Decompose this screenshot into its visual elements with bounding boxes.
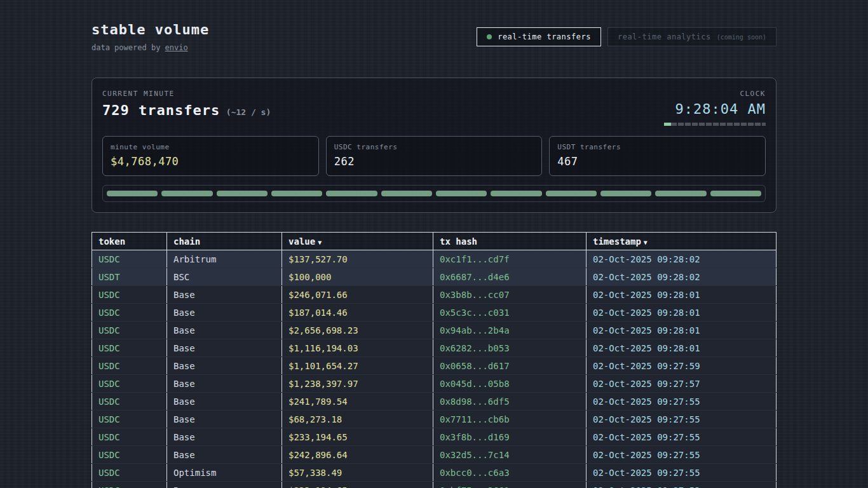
value-cell: $57,338.49: [282, 464, 433, 482]
token-cell: USDC: [92, 339, 167, 357]
tx-hash-cell[interactable]: 0xc1f1...cd7f: [433, 250, 587, 268]
table-row: USDCBase$233,194.650xbf75...366102-Oct-2…: [92, 482, 776, 488]
tx-hash-cell[interactable]: 0x0658...d617: [433, 357, 587, 375]
token-cell: USDC: [92, 410, 167, 428]
activity-segment: [436, 191, 487, 196]
value-cell: $2,656,698.23: [282, 322, 433, 339]
clock-time: 9:28:04 AM: [664, 101, 766, 117]
activity-segment: [326, 191, 377, 196]
token-cell: USDC: [92, 393, 167, 410]
stat-label: USDC transfers: [334, 143, 534, 151]
activity-segment: [655, 191, 706, 196]
current-minute-panel: CURRENT MINUTE 729 transfers (~12 / s) C…: [92, 78, 776, 213]
value-cell: $137,527.70: [282, 250, 433, 268]
chain-cell: Base: [167, 339, 282, 357]
tx-hash-cell[interactable]: 0x8d98...6df5: [433, 393, 587, 410]
timestamp-cell: 02-Oct-2025 09:27:55: [587, 393, 776, 410]
topbar: stable volume data powered by envio real…: [92, 22, 776, 52]
timestamp-cell: 02-Oct-2025 09:27:53: [587, 482, 776, 488]
activity-segment: [161, 191, 212, 196]
subtitle: data powered by envio: [92, 43, 209, 52]
timestamp-cell: 02-Oct-2025 09:27:55: [587, 446, 776, 464]
token-cell: USDC: [92, 446, 167, 464]
stat-value: $4,768,470: [111, 155, 311, 168]
chain-cell: Base: [167, 482, 282, 488]
column-header-timestamp[interactable]: timestamp▼: [587, 233, 776, 250]
value-cell: $1,116,194.03: [282, 339, 433, 357]
chain-cell: Arbitrum: [167, 250, 282, 268]
timestamp-cell: 02-Oct-2025 09:28:01: [587, 322, 776, 339]
timestamp-cell: 02-Oct-2025 09:28:02: [587, 250, 776, 268]
table-row: USDCBase$187,014.460x5c3c...c03102-Oct-2…: [92, 304, 776, 322]
coming-soon-badge: (coming soon): [717, 34, 766, 41]
value-cell: $1,238,397.97: [282, 375, 433, 393]
page: stable volume data powered by envio real…: [92, 0, 776, 488]
current-minute-block: CURRENT MINUTE 729 transfers (~12 / s): [102, 90, 271, 118]
token-cell: USDT: [92, 268, 167, 286]
table-row: USDCBase$242,896.640x32d5...7c1402-Oct-2…: [92, 446, 776, 464]
timestamp-cell: 02-Oct-2025 09:27:55: [587, 410, 776, 428]
timestamp-cell: 02-Oct-2025 09:28:02: [587, 268, 776, 286]
timestamp-cell: 02-Oct-2025 09:27:59: [587, 357, 776, 375]
tx-hash-cell[interactable]: 0x5c3c...c031: [433, 304, 587, 322]
value-cell: $233,194.65: [282, 428, 433, 446]
table-row: USDCBase$2,656,698.230x94ab...2b4a02-Oct…: [92, 322, 776, 339]
table-row: USDCBase$1,116,194.030x6282...b05302-Oct…: [92, 339, 776, 357]
stat-value: 262: [334, 155, 534, 168]
activity-segment: [217, 191, 268, 196]
timestamp-cell: 02-Oct-2025 09:28:01: [587, 339, 776, 357]
tx-hash-cell[interactable]: 0x32d5...7c14: [433, 446, 587, 464]
tx-hash-cell[interactable]: 0xbf75...3661: [433, 482, 587, 488]
envio-link[interactable]: envio: [165, 43, 188, 52]
tx-hash-cell[interactable]: 0x6687...d4e6: [433, 268, 587, 286]
activity-segment: [546, 191, 597, 196]
value-cell: $241,789.54: [282, 393, 433, 410]
table-row: USDCBase$1,238,397.970x045d...05b802-Oct…: [92, 375, 776, 393]
tx-hash-cell[interactable]: 0x045d...05b8: [433, 375, 587, 393]
transfers-table: token chain value▼ tx hash timestamp▼ US…: [92, 232, 776, 488]
tx-hash-cell[interactable]: 0x7711...cb6b: [433, 410, 587, 428]
column-header-tx-hash: tx hash: [433, 233, 587, 250]
value-cell: $246,071.66: [282, 286, 433, 304]
timestamp-cell: 02-Oct-2025 09:27:57: [587, 375, 776, 393]
sort-desc-icon: ▼: [318, 239, 322, 246]
page-title: stable volume: [92, 22, 209, 37]
stat-card-minute-volume: minute volume $4,768,470: [102, 136, 319, 176]
tx-hash-cell[interactable]: 0x3b8b...cc07: [433, 286, 587, 304]
value-cell: $242,896.64: [282, 446, 433, 464]
table-row: USDCBase$241,789.540x8d98...6df502-Oct-2…: [92, 393, 776, 410]
table-row: USDCBase$246,071.660x3b8b...cc0702-Oct-2…: [92, 286, 776, 304]
table-row: USDCBase$233,194.650x3f8b...d16902-Oct-2…: [92, 428, 776, 446]
stat-value: 467: [557, 155, 757, 168]
table-row: USDCBase$68,273.180x7711...cb6b02-Oct-20…: [92, 410, 776, 428]
tx-hash-cell[interactable]: 0x94ab...2b4a: [433, 322, 587, 339]
transfers-count: 729 transfers: [102, 102, 220, 118]
brand: stable volume data powered by envio: [92, 22, 209, 52]
token-cell: USDC: [92, 304, 167, 322]
clock-label: CLOCK: [664, 90, 766, 98]
activity-bar: [102, 185, 766, 202]
tx-hash-cell[interactable]: 0xbcc0...c6a3: [433, 464, 587, 482]
value-cell: $233,194.65: [282, 482, 433, 488]
table-row: USDCOptimism$57,338.490xbcc0...c6a302-Oc…: [92, 464, 776, 482]
stat-label: USDT transfers: [557, 143, 757, 151]
sort-desc-icon: ▼: [644, 239, 648, 246]
tx-hash-cell[interactable]: 0x6282...b053: [433, 339, 587, 357]
column-header-value[interactable]: value▼: [282, 233, 433, 250]
chain-cell: Base: [167, 410, 282, 428]
stat-card-usdc-transfers: USDC transfers 262: [326, 136, 543, 176]
table-row: USDCBase$1,101,654.270x0658...d61702-Oct…: [92, 357, 776, 375]
tx-hash-cell[interactable]: 0x3f8b...d169: [433, 428, 587, 446]
tab-realtime-analytics[interactable]: real-time analytics (coming soon): [607, 27, 776, 46]
column-header-chain: chain: [167, 233, 282, 250]
chain-cell: Base: [167, 428, 282, 446]
stat-cards: minute volume $4,768,470 USDC transfers …: [102, 136, 766, 176]
tab-realtime-transfers[interactable]: real-time transfers: [477, 27, 601, 46]
token-cell: USDC: [92, 357, 167, 375]
value-cell: $187,014.46: [282, 304, 433, 322]
token-cell: USDC: [92, 286, 167, 304]
column-header-token: token: [92, 233, 167, 250]
chain-cell: Base: [167, 322, 282, 339]
table-row: USDTBSC$100,0000x6687...d4e602-Oct-2025 …: [92, 268, 776, 286]
clock-block: CLOCK 9:28:04 AM: [664, 90, 766, 126]
